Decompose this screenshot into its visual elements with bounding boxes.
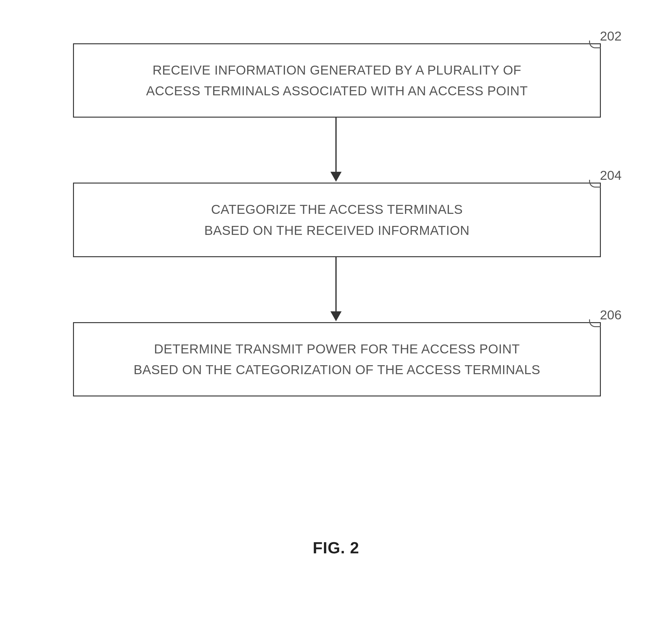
step-line: BASED ON THE RECEIVED INFORMATION [204,223,469,238]
step-label: 204 [600,168,622,183]
step-box-1: 202 RECEIVE INFORMATION GENERATED BY A P… [73,43,601,118]
step-line: DETERMINE TRANSMIT POWER FOR THE ACCESS … [154,342,520,356]
step-text: RECEIVE INFORMATION GENERATED BY A PLURA… [86,60,587,101]
step-text: CATEGORIZE THE ACCESS TERMINALS BASED ON… [86,199,587,241]
arrow-line [335,118,337,173]
step-box-3: 206 DETERMINE TRANSMIT POWER FOR THE ACC… [73,322,601,396]
step-line: RECEIVE INFORMATION GENERATED BY A PLURA… [152,63,521,77]
arrow-head-icon [331,311,341,321]
step-label: 206 [600,308,622,322]
step-text: DETERMINE TRANSMIT POWER FOR THE ACCESS … [86,338,587,380]
arrow [73,118,599,183]
arrow-line [335,257,337,313]
flowchart: 202 RECEIVE INFORMATION GENERATED BY A P… [73,43,599,396]
arrow [73,257,599,322]
figure-caption: FIG. 2 [313,538,359,557]
step-line: CATEGORIZE THE ACCESS TERMINALS [211,202,463,217]
step-label: 202 [600,29,622,44]
step-line: BASED ON THE CATEGORIZATION OF THE ACCES… [134,362,541,377]
step-line: ACCESS TERMINALS ASSOCIATED WITH AN ACCE… [146,84,528,98]
step-box-2: 204 CATEGORIZE THE ACCESS TERMINALS BASE… [73,183,601,257]
arrow-head-icon [331,172,341,182]
